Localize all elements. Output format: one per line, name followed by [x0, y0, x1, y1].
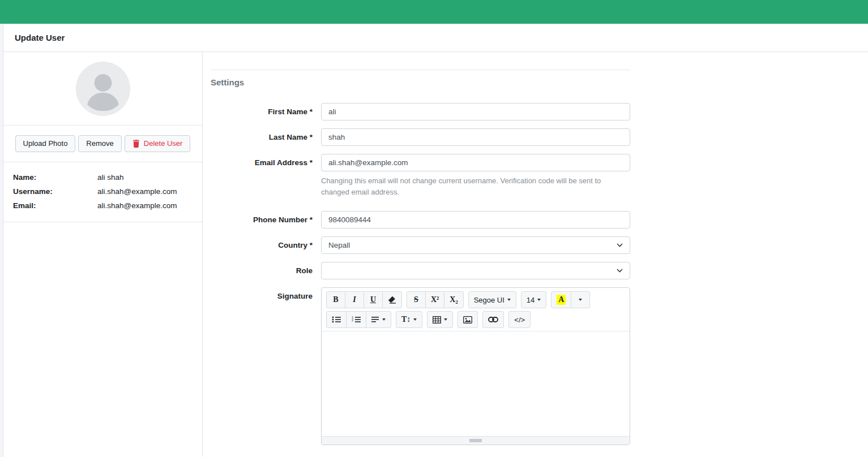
last-name-input[interactable] [321, 128, 630, 146]
name-label: Name: [13, 170, 97, 184]
username-value: ali.shah@example.com [97, 184, 177, 199]
form-row-email: Email Address * Changing this email will… [211, 154, 630, 203]
chevron-down-icon [617, 269, 623, 273]
caret-down-icon [413, 318, 417, 321]
font-size-dropdown[interactable]: 14 [521, 291, 546, 308]
unordered-list-icon [332, 316, 341, 324]
settings-form: First Name * Last Name * Email Address *… [211, 103, 630, 445]
form-row-country: Country * Nepall [211, 236, 630, 254]
eraser-icon [388, 296, 396, 304]
page-title: Update User [3, 24, 868, 52]
trash-icon [132, 140, 140, 148]
country-field-label: Country * [211, 241, 313, 249]
font-family-group: Segoe UI [468, 291, 516, 308]
user-info-section: Name: ali shah Username: ali.shah@exampl… [3, 162, 202, 222]
ordered-list-icon: 1 2 [352, 316, 361, 324]
photo-actions: Upload Photo Remove Delete User [3, 126, 202, 162]
email-input[interactable] [321, 154, 630, 171]
info-row-name: Name: ali shah [13, 170, 192, 184]
phone-input[interactable] [321, 211, 630, 228]
remove-photo-button[interactable]: Remove [78, 135, 121, 152]
font-color-dropdown[interactable] [571, 291, 590, 308]
picture-icon [463, 316, 472, 324]
superscript-button[interactable]: X² [425, 291, 444, 308]
script-button-group: S X² X₂ [407, 291, 464, 308]
settings-panel: Settings First Name * Last Name * Email … [203, 52, 868, 457]
insert-picture-button[interactable] [457, 311, 478, 328]
chevron-down-icon [617, 243, 623, 247]
unordered-list-button[interactable] [326, 311, 347, 328]
font-size-value: 14 [527, 296, 535, 304]
subscript-button[interactable]: X₂ [444, 291, 463, 308]
insert-link-button[interactable] [482, 311, 504, 328]
avatar-section [3, 52, 202, 126]
form-row-role: Role [211, 262, 630, 279]
country-select[interactable]: Nepall [321, 236, 630, 254]
color-swatch: A [557, 295, 566, 305]
person-icon [76, 62, 130, 116]
table-icon [433, 316, 441, 324]
delete-user-button[interactable]: Delete User [125, 135, 191, 152]
caret-down-icon [382, 318, 386, 321]
caret-down-icon [444, 318, 447, 321]
form-row-phone: Phone Number * [211, 211, 630, 228]
line-height-group: T↕ [396, 311, 422, 328]
info-row-username: Username: ali.shah@example.com [13, 184, 192, 199]
role-select[interactable] [321, 262, 630, 279]
color-button-group: A [551, 291, 590, 308]
bold-button[interactable]: B [326, 291, 345, 308]
role-field-label: Role [211, 266, 313, 275]
ordered-list-button[interactable]: 1 2 [346, 311, 366, 328]
table-dropdown[interactable] [427, 311, 453, 328]
table-group [427, 311, 453, 328]
underline-button[interactable]: U [364, 291, 383, 308]
paragraph-button-group: 1 2 [326, 311, 391, 328]
info-row-email: Email: ali.shah@example.com [13, 199, 192, 213]
signature-field-label: Signature [211, 287, 313, 300]
form-row-last-name: Last Name * [211, 128, 630, 146]
style-button-group: B I U [326, 291, 402, 308]
font-family-dropdown[interactable]: Segoe UI [468, 291, 516, 308]
update-user-card: Update User Upload Photo Remove [3, 24, 868, 457]
editor-toolbar: B I U [322, 288, 630, 331]
card-content: Upload Photo Remove Delete User Name: al… [3, 52, 868, 457]
email-label: Email: [13, 199, 97, 213]
font-color-button[interactable]: A [551, 291, 571, 308]
settings-heading: Settings [211, 77, 630, 87]
email-field-label: Email Address * [211, 154, 313, 167]
phone-field-label: Phone Number * [211, 215, 313, 224]
email-value: ali.shah@example.com [97, 199, 177, 213]
resize-grip-icon[interactable] [469, 439, 482, 442]
top-navbar [0, 0, 868, 24]
username-label: Username: [13, 184, 97, 199]
picture-group [457, 311, 478, 328]
first-name-field-label: First Name * [211, 107, 313, 116]
line-height-dropdown[interactable]: T↕ [396, 311, 422, 328]
caret-down-icon [579, 299, 582, 301]
caret-down-icon [537, 299, 541, 301]
clear-format-button[interactable] [382, 291, 402, 308]
first-name-input[interactable] [321, 103, 630, 120]
signature-editable-area[interactable] [322, 331, 630, 436]
caret-down-icon [507, 299, 511, 301]
svg-text:2: 2 [352, 318, 353, 322]
paragraph-align-dropdown[interactable] [366, 311, 391, 328]
line-height-icon: T↕ [401, 315, 411, 324]
profile-sidebar: Upload Photo Remove Delete User Name: al… [3, 52, 203, 457]
last-name-field-label: Last Name * [211, 133, 313, 141]
name-value: ali shah [97, 170, 124, 184]
font-family-value: Segoe UI [474, 296, 504, 304]
delete-user-label: Delete User [144, 139, 183, 148]
avatar [76, 62, 130, 116]
align-left-icon [371, 316, 379, 323]
country-selected-value: Nepall [328, 241, 350, 249]
codeview-group: </> [508, 311, 531, 328]
upload-photo-button[interactable]: Upload Photo [15, 135, 76, 152]
strikethrough-button[interactable]: S [407, 291, 426, 308]
font-size-group: 14 [521, 291, 546, 308]
italic-button[interactable]: I [345, 291, 364, 308]
code-view-button[interactable]: </> [508, 311, 531, 328]
form-row-first-name: First Name * [211, 103, 630, 120]
link-icon [488, 317, 498, 322]
link-group [482, 311, 504, 328]
